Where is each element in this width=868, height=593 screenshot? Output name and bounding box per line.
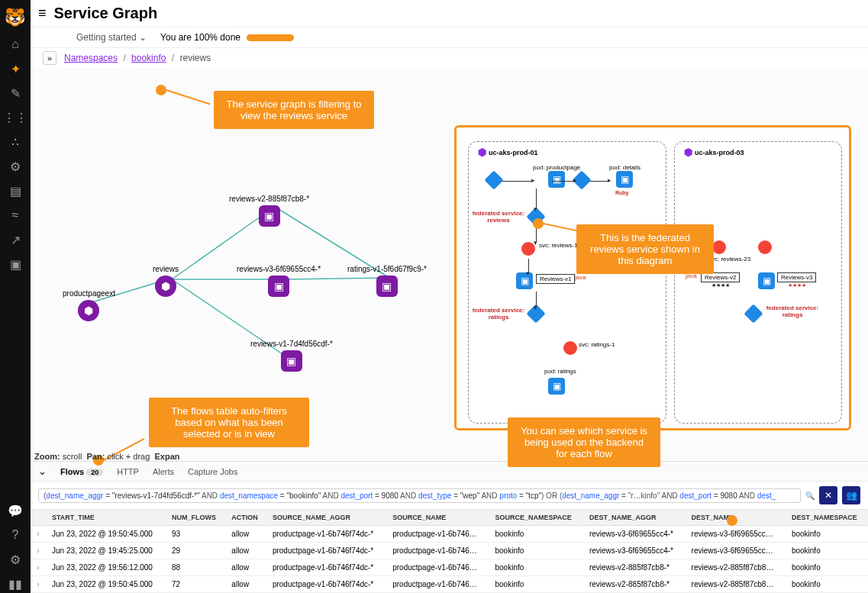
svc-reviews23-label: svc: reviews-23 [708,256,750,263]
annotation-4: You can see which service is being used … [508,417,660,467]
hamburger-icon[interactable]: ≡ [38,5,47,21]
stats-icon[interactable]: ▮▮ [6,575,24,593]
tab-alerts[interactable]: Alerts [153,467,174,476]
fed-ratings-node-2 [747,307,760,321]
annotation-3: The flows table auto-filters based on wh… [149,398,309,447]
table-row[interactable]: ›Jun 23, 2022 @ 19:50:45.00093allowprodu… [31,526,868,543]
edit-icon[interactable]: ✎ [6,84,24,102]
table-body: ›Jun 23, 2022 @ 19:50:45.00093allowprodu… [31,526,868,593]
bottom-tabs: ⌄ Flows20 HTTP Alerts Capture Jobs [31,461,868,482]
annotation-2: This is the federated reviews service sh… [576,224,714,274]
page-title: Service Graph [54,5,158,22]
progress-text: You are 100% done [160,32,240,43]
panel-expand-icon[interactable]: » [43,51,56,65]
annotation-dot-4 [727,515,737,526]
search-icon[interactable]: 🔍 [805,491,815,500]
nodes-icon[interactable]: ⋮⋮ [6,108,24,127]
svc-reviews23-icon [712,240,726,254]
collapse-icon[interactable]: ⌄ [38,466,47,477]
col-num_flows[interactable]: NUM_FLOWS [166,510,225,526]
fed-ratings-label-2: federated service: ratings [766,305,819,318]
package-icon[interactable]: ▣ [6,255,24,273]
col-start_time[interactable]: START_TIME [46,510,166,526]
progress-indicator: You are 100% done [160,32,294,43]
row-expand-icon[interactable]: › [31,526,46,543]
clear-filter-button[interactable]: ✕ [819,486,837,504]
cluster-1-label: ⬢uc-aks-prod-01 [478,147,538,158]
svc-reviews1-label: svc: reviews-1 [539,242,578,249]
breadcrumb-row: » Namespaces / bookinfo / reviews [31,48,868,68]
mini-details: pod: details▣ [609,164,641,188]
annotation-1: The service graph is filtering to view t… [214,91,374,129]
architecture-diagram: ⬢uc-aks-prod-01 ⬢uc-aks-prod-03 pod: pro… [454,125,851,430]
breadcrumb: Namespaces / bookinfo / reviews [64,53,211,63]
row-expand-icon[interactable]: › [31,576,46,593]
java-label-1: java [575,274,586,281]
col-action[interactable]: ACTION [225,510,266,526]
row-expand-icon[interactable]: › [31,559,46,576]
pod-ratings-icon: ▣ [548,378,565,395]
svc-ratings1-label: svc: ratings-1 [579,341,615,348]
reviews-v2-box: Reviews-v2★★★★ [701,272,740,288]
cluster-2-label: ⬢uc-aks-prod-03 [684,147,744,158]
mini-ingress [487,173,501,187]
filter-query[interactable]: (dest_name_aggr = "reviews-v1-7d4fd56cdf… [38,488,801,503]
getting-started-dropdown[interactable]: Getting started ⌄ [76,32,147,43]
fed-ratings-label: federated service: ratings [472,307,525,321]
breadcrumb-bookinfo[interactable]: bookinfo [131,53,166,63]
left-nav-sidebar: 🐯 ⌂ ✦ ✎ ⋮⋮ ⛬ ⚙ ▤ ≈ ↗ ▣ 💬 ? ⚙ ▮▮ [0,0,31,593]
svc-ratings1-icon [563,341,577,355]
tab-flows[interactable]: Flows20 [60,467,103,476]
node-productpageext[interactable]: productpageext⬢ [63,289,115,321]
table-row[interactable]: ›Jun 23, 2022 @ 19:45:25.00029allowprodu… [31,543,868,559]
home-icon[interactable]: ⌂ [6,35,24,53]
row-expand-icon[interactable]: › [31,543,46,559]
pod-ratings-label: pod: ratings [544,368,576,375]
main-content: ≡ Service Graph Getting started ⌄ You ar… [31,0,868,593]
ruby-label: Ruby [615,190,629,195]
breadcrumb-namespaces[interactable]: Namespaces [64,53,118,63]
table-row[interactable]: ›Jun 23, 2022 @ 19:56:12.00088allowprodu… [31,559,868,576]
clipboard-icon[interactable]: ▤ [6,182,24,200]
annotation-dot-2 [533,218,544,229]
logo-icon: 🐯 [5,8,26,29]
annotation-dot-1 [156,85,166,95]
filter-users-button[interactable]: 👥 [842,486,860,504]
reviews-v3-box: Reviews-v3★★★★ [777,272,816,288]
svc-reviews23-icon2 [758,240,772,254]
col-dest_namespace[interactable]: DEST_NAMESPACE [786,510,868,526]
breadcrumb-leaf: reviews [179,53,211,63]
table-header: START_TIMENUM_FLOWSACTIONSOURCE_NAME_AGG… [31,510,868,526]
reviews-v1-box: Reviews-v1 [536,274,575,284]
node-reviews-v3[interactable]: reviews-v3-6f69655cc4-*▣ [237,265,321,297]
help-icon[interactable]: ? [6,526,24,544]
org-icon[interactable]: ⛬ [6,133,24,151]
analytics-icon[interactable]: ≈ [6,206,24,224]
col-dest_name_aggr[interactable]: DEST_NAME_AGGR [583,510,686,526]
cluster-icon[interactable]: ⚙ [6,157,24,176]
tab-http[interactable]: HTTP [117,467,139,476]
col-source_namespace[interactable]: SOURCE_NAMESPACE [489,510,583,526]
tab-capture-jobs[interactable]: Capture Jobs [188,467,237,476]
filter-row: (dest_name_aggr = "reviews-v1-7d4fd56cdf… [31,482,868,510]
col-source_name[interactable]: SOURCE_NAME [386,510,489,526]
fed-reviews-label: federated service: reviews [472,210,525,224]
chat-icon[interactable]: 💬 [6,501,24,520]
zoom-hint: Zoom: scroll Pan: click + drag Expan [34,452,179,461]
annotation-line-1 [166,89,211,105]
trend-icon[interactable]: ↗ [6,230,24,249]
node-reviews-v2[interactable]: reviews-v2-885f87cb8-*▣ [229,195,309,227]
progress-bar [247,34,294,41]
node-reviews-v1[interactable]: reviews-v1-7d4fd56cdf-*▣ [250,340,333,372]
col-source_name_aggr[interactable]: SOURCE_NAME_AGGR [266,510,386,526]
node-reviews[interactable]: reviews⬢ [153,265,179,297]
table-row[interactable]: ›Jun 23, 2022 @ 19:50:45.00072allowprodu… [31,576,868,593]
page-header: ≡ Service Graph [31,0,868,27]
subheader: Getting started ⌄ You are 100% done [31,27,868,48]
node-ratings[interactable]: ratings-v1-5f6d67f9c9-*▣ [347,265,427,297]
settings-icon[interactable]: ⚙ [6,550,24,569]
flows-table: START_TIMENUM_FLOWSACTIONSOURCE_NAME_AGG… [31,510,868,593]
graph-canvas[interactable]: productpageext⬢ reviews⬢ reviews-v2-885f… [31,68,868,461]
reviews-v3-pod: ▣ [758,272,775,289]
service-graph-icon[interactable]: ✦ [6,60,24,78]
